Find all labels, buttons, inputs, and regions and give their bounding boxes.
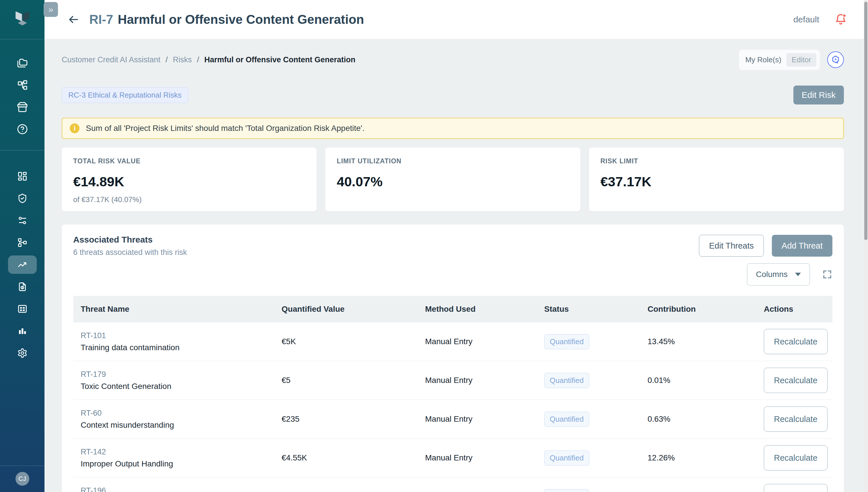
threat-cell: RT-101 Training data contamination (73, 331, 274, 352)
quantified-value: €5K (274, 337, 418, 346)
folders-icon (17, 57, 28, 68)
dashboard-icon (17, 171, 28, 181)
flowchart-icon (17, 238, 28, 248)
threats-header-buttons: Edit Threats Add Threat (699, 235, 833, 256)
banner-message: Sum of all 'Project Risk Limits' should … (86, 124, 365, 133)
main-content: Customer Credit AI Assistant / Risks / H… (45, 40, 868, 492)
info-icon: i (70, 123, 79, 133)
user-avatar[interactable]: CJ (16, 472, 29, 486)
column-header-method-used: Method Used (418, 304, 537, 314)
sidebar-item-risk-trend[interactable] (8, 255, 37, 274)
sidebar-item-workflow[interactable] (8, 76, 37, 94)
quantified-value: €5 (274, 376, 418, 385)
gear-icon (17, 348, 28, 358)
recalculate-button[interactable]: Recalculate (764, 329, 827, 354)
threat-id-link[interactable]: RT-101 (81, 331, 274, 340)
sidebar-item-dashboard[interactable] (8, 167, 37, 186)
recalculate-button[interactable]: Recalculate (764, 368, 827, 393)
columns-dropdown-label: Columns (756, 270, 788, 279)
breadcrumb-risks-link[interactable]: Risks (173, 55, 192, 64)
threats-title: Associated Threats (73, 235, 187, 245)
table-icon (17, 304, 28, 314)
ai-assistant-icon (831, 55, 840, 65)
status-cell: Quantified (537, 412, 640, 427)
breadcrumb-project-link[interactable]: Customer Credit AI Assistant (62, 55, 160, 64)
sidebar-item-settings[interactable] (8, 344, 37, 362)
threat-id-link[interactable]: RT-142 (81, 447, 274, 457)
tag-row: RC-3 Ethical & Reputational Risks Edit R… (62, 85, 844, 104)
top-header: RI-7 Harmful or Offensive Content Genera… (45, 0, 868, 39)
sidebar-item-marketplace[interactable] (8, 98, 37, 116)
topbar-right: default (792, 13, 847, 26)
back-button[interactable] (68, 14, 79, 26)
role-badge: Editor (787, 53, 816, 67)
threat-id-link[interactable]: RT-179 (81, 370, 274, 379)
workspace-selector[interactable]: default (792, 14, 821, 25)
column-header-threat-name: Threat Name (73, 304, 274, 314)
threat-cell: RT-196 Safety filter bypass (73, 486, 274, 492)
risk-category-tag[interactable]: RC-3 Ethical & Reputational Risks (62, 87, 188, 103)
recalculate-button[interactable]: Recalculate (764, 445, 827, 470)
my-roles-label: My Role(s) (745, 55, 781, 64)
threat-cell: RT-60 Context misunderstanding (73, 409, 274, 430)
sidebar: CJ (0, 0, 45, 492)
sidebar-item-reports[interactable] (8, 322, 37, 340)
fullscreen-icon (822, 269, 833, 279)
table-row: RT-196 Safety filter bypass €5K Manual E… (73, 477, 833, 492)
notifications-button[interactable] (834, 13, 847, 26)
columns-dropdown[interactable]: Columns (747, 263, 810, 286)
breadcrumb: Customer Credit AI Assistant / Risks / H… (62, 55, 355, 64)
scrollbar-track (864, 0, 868, 492)
contribution: 0.63% (640, 415, 757, 424)
actions-cell: Recalculate (757, 445, 833, 470)
sidebar-footer: CJ (0, 466, 45, 492)
breadcrumb-right: My Role(s) Editor (739, 50, 844, 70)
sidebar-item-controls[interactable] (8, 211, 37, 230)
edit-threats-button[interactable]: Edit Threats (699, 235, 764, 256)
column-header-status: Status (537, 304, 640, 314)
recalculate-button[interactable]: Recalculate (764, 407, 827, 432)
threat-name: Toxic Content Generation (81, 382, 274, 391)
breadcrumb-row: Customer Credit AI Assistant / Risks / H… (62, 51, 844, 69)
sidebar-item-schema[interactable] (8, 233, 37, 252)
method-used: Manual Entry (418, 337, 537, 346)
actions-cell: Recalculate (757, 329, 833, 354)
method-used: Manual Entry (418, 376, 537, 385)
table-row: RT-142 Improper Output Handling €4.55K M… (73, 439, 833, 477)
trend-up-icon (17, 260, 28, 270)
sliders-icon (17, 215, 28, 226)
app-root: CJ » RI-7 Harmful or Offensive Content G… (0, 0, 868, 492)
sidebar-nav-top (0, 39, 45, 150)
edit-risk-button[interactable]: Edit Risk (793, 85, 844, 104)
threat-name: Training data contamination (81, 343, 274, 352)
breadcrumb-separator: / (197, 55, 199, 64)
quantified-value: €4.55K (274, 453, 418, 463)
associated-threats-card: Associated Threats 6 threats associated … (62, 224, 844, 492)
shield-check-icon (17, 193, 28, 203)
threat-name: Improper Output Handling (81, 459, 274, 468)
stat-card-risk-limit: RISK LIMIT €37.17K (589, 148, 844, 211)
add-threat-button[interactable]: Add Threat (772, 235, 833, 256)
storefront-icon (17, 102, 28, 113)
sidebar-item-evidence[interactable] (8, 277, 37, 296)
sidebar-item-tables[interactable] (8, 300, 37, 318)
sidebar-item-compliance[interactable] (8, 189, 37, 207)
threat-id-link[interactable]: RT-60 (81, 409, 274, 418)
sidebar-expand-button[interactable]: » (44, 2, 58, 17)
sidebar-item-projects[interactable] (8, 54, 37, 72)
contribution: 12.26% (640, 453, 757, 463)
status-badge: Quantified (544, 489, 589, 492)
threats-header-left: Associated Threats 6 threats associated … (73, 235, 187, 257)
recalculate-button[interactable]: Recalculate (764, 484, 827, 492)
fullscreen-button[interactable] (822, 269, 833, 279)
ai-assistant-button[interactable] (827, 51, 844, 68)
scrollbar-thumb[interactable] (864, 2, 867, 240)
bar-chart-icon (17, 326, 28, 336)
actions-cell: Recalculate (757, 484, 833, 492)
status-badge: Quantified (544, 373, 589, 388)
sidebar-item-help[interactable] (8, 120, 37, 138)
sidebar-nav-main (0, 150, 45, 362)
threat-id-link[interactable]: RT-196 (81, 486, 274, 492)
threats-table: Threat Name Quantified Value Method Used… (73, 296, 833, 492)
info-banner: i Sum of all 'Project Risk Limits' shoul… (62, 118, 844, 139)
